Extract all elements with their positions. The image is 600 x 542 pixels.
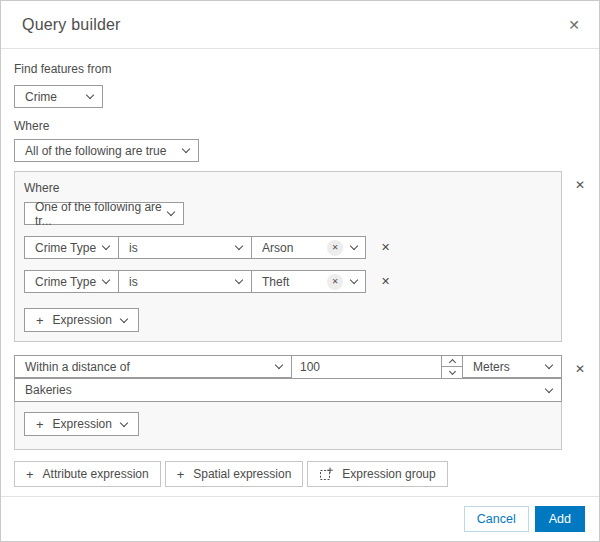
distance-stepper	[441, 356, 462, 378]
stepper-up-button[interactable]	[442, 356, 462, 367]
group-match-mode-select[interactable]: One of the following are tr...	[24, 202, 184, 225]
expression-group-1: Where One of the following are tr... Cri…	[14, 171, 562, 342]
value-combobox[interactable]: Theft ✕	[251, 270, 366, 293]
remove-group-button[interactable]: ✕	[571, 359, 589, 379]
remove-group-button[interactable]: ✕	[571, 175, 589, 195]
operator-select[interactable]: is	[118, 236, 252, 259]
chevron-down-icon	[102, 242, 110, 250]
chevron-down-icon	[86, 91, 94, 99]
plus-icon: +	[177, 467, 185, 482]
plus-icon: +	[36, 313, 44, 328]
spatial-expression-label: Spatial expression	[193, 467, 291, 481]
operator-select[interactable]: is	[118, 270, 252, 293]
target-layer-select-value: Bakeries	[25, 383, 72, 397]
clear-value-button[interactable]: ✕	[327, 274, 343, 290]
spatial-relation-select[interactable]: Within a distance of	[14, 355, 292, 378]
value-combobox-value: Theft	[262, 275, 327, 289]
close-icon: ✕	[568, 17, 580, 33]
spatial-expression-row: Within a distance of	[14, 355, 562, 379]
expression-group-1-row: Where One of the following are tr... Cri…	[14, 171, 587, 342]
remove-expression-button[interactable]: ✕	[379, 239, 392, 256]
chevron-down-icon	[102, 276, 110, 284]
remove-group-icon: ✕	[575, 362, 585, 376]
expression-group-label: Expression group	[342, 467, 435, 481]
remove-group-icon: ✕	[575, 178, 585, 192]
match-mode-select-value: All of the following are true	[25, 144, 166, 158]
field-select[interactable]: Crime Type	[24, 270, 119, 293]
group-match-mode-select-value: One of the following are tr...	[35, 200, 168, 228]
chevron-down-icon	[167, 208, 175, 216]
chevron-down-icon	[350, 276, 358, 284]
remove-expression-icon: ✕	[381, 275, 390, 287]
add-expression-group-button[interactable]: Expression group	[307, 461, 447, 487]
chevron-down-icon	[120, 418, 128, 426]
remove-expression-button[interactable]: ✕	[379, 273, 392, 290]
chevron-down-icon	[448, 367, 455, 374]
dialog-title: Query builder	[22, 16, 121, 34]
find-features-label: Find features from	[14, 62, 587, 76]
chevron-down-icon	[275, 361, 283, 369]
attribute-expression-label: Attribute expression	[43, 467, 149, 481]
unit-select-value: Meters	[473, 360, 510, 374]
spatial-relation-select-value: Within a distance of	[25, 360, 130, 374]
add-expression-button[interactable]: + Expression	[24, 412, 139, 436]
field-select-value: Crime Type	[35, 241, 96, 255]
chevron-down-icon	[120, 314, 128, 322]
value-combobox[interactable]: Arson ✕	[251, 236, 366, 259]
group-where-label: Where	[24, 181, 552, 195]
plus-icon: +	[36, 417, 44, 432]
add-button[interactable]: Add	[535, 506, 585, 532]
distance-input-wrap	[291, 355, 463, 379]
expression-group-2-row: Within a distance of	[14, 355, 587, 450]
field-select-value: Crime Type	[35, 275, 96, 289]
target-layer-select[interactable]: Bakeries	[14, 378, 562, 402]
cancel-button[interactable]: Cancel	[464, 506, 529, 532]
clear-value-button[interactable]: ✕	[327, 240, 343, 256]
expression-group-2: Within a distance of	[14, 355, 562, 450]
add-expression-label: Expression	[53, 313, 112, 327]
field-select[interactable]: Crime Type	[24, 236, 119, 259]
remove-expression-icon: ✕	[381, 241, 390, 253]
query-builder-dialog: Query builder ✕ Find features from Crime…	[0, 0, 600, 542]
add-expression-label: Expression	[53, 417, 112, 431]
distance-input[interactable]	[292, 356, 440, 378]
dialog-footer: Cancel Add	[1, 496, 599, 541]
unit-select[interactable]: Meters	[462, 355, 562, 378]
dialog-body: Find features from Crime Where All of th…	[1, 49, 599, 496]
expression-row: Crime Type is Arson ✕	[24, 236, 552, 259]
value-combobox-value: Arson	[262, 241, 327, 255]
chevron-down-icon	[235, 276, 243, 284]
chevron-down-icon	[235, 242, 243, 250]
chevron-down-icon	[350, 242, 358, 250]
plus-icon: +	[26, 467, 34, 482]
add-expression-button[interactable]: + Expression	[24, 308, 139, 332]
clear-value-icon: ✕	[332, 277, 339, 286]
stepper-down-button[interactable]	[442, 367, 462, 378]
add-attribute-expression-button[interactable]: + Attribute expression	[14, 461, 161, 487]
builder-actions: + Attribute expression + Spatial express…	[14, 461, 587, 487]
dialog-close-button[interactable]: ✕	[564, 14, 584, 36]
expression-group-icon	[319, 467, 333, 481]
layer-select[interactable]: Crime	[14, 85, 103, 108]
add-spatial-expression-button[interactable]: + Spatial expression	[165, 461, 304, 487]
chevron-up-icon	[448, 359, 455, 366]
where-label: Where	[14, 119, 587, 133]
dialog-header: Query builder ✕	[1, 1, 599, 49]
expression-row: Crime Type is Theft ✕	[24, 270, 552, 293]
clear-value-icon: ✕	[332, 243, 339, 252]
chevron-down-icon	[545, 384, 553, 392]
match-mode-select[interactable]: All of the following are true	[14, 139, 199, 162]
layer-select-value: Crime	[25, 90, 57, 104]
operator-select-value: is	[129, 241, 138, 255]
operator-select-value: is	[129, 275, 138, 289]
chevron-down-icon	[545, 361, 553, 369]
chevron-down-icon	[182, 145, 190, 153]
